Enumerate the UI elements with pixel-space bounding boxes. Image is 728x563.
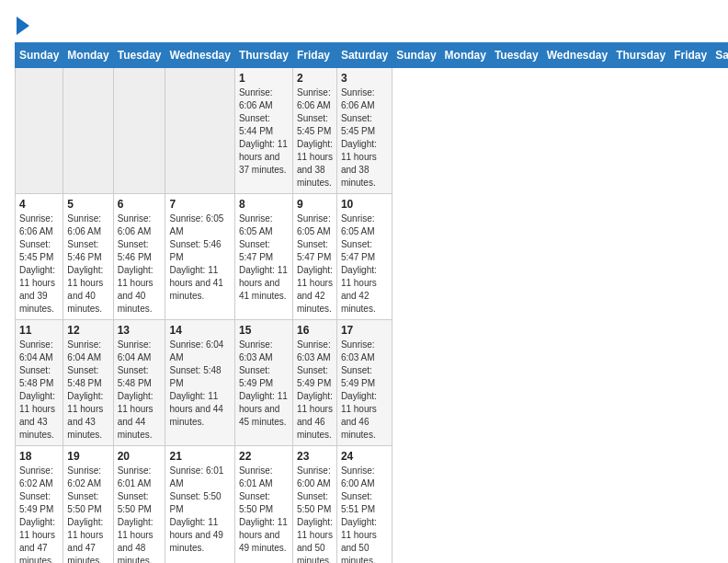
day-number: 24	[341, 450, 388, 463]
day-number: 1	[239, 72, 289, 85]
cell-content: Sunrise: 6:04 AMSunset: 5:48 PMDaylight:…	[19, 339, 59, 442]
day-number: 23	[297, 450, 333, 463]
calendar-table: SundayMondayTuesdayWednesdayThursdayFrid…	[15, 42, 728, 563]
calendar-header-row: SundayMondayTuesdayWednesdayThursdayFrid…	[16, 43, 729, 68]
calendar-cell	[113, 68, 165, 194]
cell-content: Sunrise: 6:02 AMSunset: 5:49 PMDaylight:…	[19, 465, 59, 563]
calendar-cell: 5Sunrise: 6:06 AMSunset: 5:46 PMDaylight…	[63, 194, 113, 320]
header-thursday: Thursday	[234, 43, 292, 68]
calendar-cell: 1Sunrise: 6:06 AMSunset: 5:44 PMDaylight…	[234, 68, 292, 194]
day-number: 16	[297, 324, 333, 337]
cell-content: Sunrise: 6:06 AMSunset: 5:46 PMDaylight:…	[67, 213, 108, 316]
calendar-cell: 23Sunrise: 6:00 AMSunset: 5:50 PMDayligh…	[292, 446, 336, 564]
cell-content: Sunrise: 6:05 AMSunset: 5:47 PMDaylight:…	[341, 213, 388, 316]
cell-content: Sunrise: 6:05 AMSunset: 5:46 PMDaylight:…	[169, 213, 230, 303]
cell-content: Sunrise: 6:06 AMSunset: 5:45 PMDaylight:…	[297, 86, 333, 190]
calendar-cell: 7Sunrise: 6:05 AMSunset: 5:46 PMDaylight…	[165, 194, 234, 320]
day-number: 20	[118, 450, 162, 463]
calendar-cell: 18Sunrise: 6:02 AMSunset: 5:49 PMDayligh…	[16, 446, 63, 564]
header-thursday: Thursday	[612, 43, 670, 68]
calendar-cell: 9Sunrise: 6:05 AMSunset: 5:47 PMDaylight…	[292, 194, 336, 320]
day-number: 9	[297, 198, 333, 211]
day-number: 12	[67, 324, 108, 337]
day-number: 13	[118, 324, 162, 337]
calendar-cell: 2Sunrise: 6:06 AMSunset: 5:45 PMDaylight…	[292, 68, 336, 194]
day-number: 22	[239, 450, 289, 463]
calendar-week-row: 1Sunrise: 6:06 AMSunset: 5:44 PMDaylight…	[16, 68, 729, 194]
cell-content: Sunrise: 6:06 AMSunset: 5:45 PMDaylight:…	[19, 213, 59, 316]
cell-content: Sunrise: 6:02 AMSunset: 5:50 PMDaylight:…	[67, 465, 108, 563]
cell-content: Sunrise: 6:01 AMSunset: 5:50 PMDaylight:…	[239, 465, 289, 555]
header-sunday: Sunday	[16, 43, 63, 68]
cell-content: Sunrise: 6:04 AMSunset: 5:48 PMDaylight:…	[169, 339, 230, 429]
calendar-week-row: 4Sunrise: 6:06 AMSunset: 5:45 PMDaylight…	[16, 194, 729, 320]
cell-content: Sunrise: 6:06 AMSunset: 5:46 PMDaylight:…	[118, 213, 162, 316]
calendar-cell: 16Sunrise: 6:03 AMSunset: 5:49 PMDayligh…	[292, 320, 336, 446]
calendar-week-row: 11Sunrise: 6:04 AMSunset: 5:48 PMDayligh…	[16, 320, 729, 446]
cell-content: Sunrise: 6:01 AMSunset: 5:50 PMDaylight:…	[118, 465, 162, 563]
header-monday: Monday	[63, 43, 113, 68]
cell-content: Sunrise: 6:03 AMSunset: 5:49 PMDaylight:…	[239, 339, 289, 429]
calendar-cell: 10Sunrise: 6:05 AMSunset: 5:47 PMDayligh…	[336, 194, 392, 320]
day-number: 17	[341, 324, 388, 337]
day-number: 11	[19, 324, 59, 337]
calendar-cell: 8Sunrise: 6:05 AMSunset: 5:47 PMDaylight…	[234, 194, 292, 320]
calendar-cell: 6Sunrise: 6:06 AMSunset: 5:46 PMDaylight…	[113, 194, 165, 320]
day-number: 21	[169, 450, 230, 463]
calendar-cell: 15Sunrise: 6:03 AMSunset: 5:49 PMDayligh…	[234, 320, 292, 446]
calendar-cell: 13Sunrise: 6:04 AMSunset: 5:48 PMDayligh…	[113, 320, 165, 446]
cell-content: Sunrise: 6:01 AMSunset: 5:50 PMDaylight:…	[169, 465, 230, 555]
calendar-cell	[63, 68, 113, 194]
header-monday: Monday	[440, 43, 490, 68]
header-sunday: Sunday	[392, 43, 440, 68]
day-number: 6	[118, 198, 162, 211]
cell-content: Sunrise: 6:05 AMSunset: 5:47 PMDaylight:…	[239, 213, 289, 303]
cell-content: Sunrise: 6:06 AMSunset: 5:44 PMDaylight:…	[239, 86, 289, 177]
calendar-cell: 24Sunrise: 6:00 AMSunset: 5:51 PMDayligh…	[336, 446, 392, 564]
cell-content: Sunrise: 6:04 AMSunset: 5:48 PMDaylight:…	[67, 339, 108, 442]
header-friday: Friday	[670, 43, 711, 68]
cell-content: Sunrise: 6:00 AMSunset: 5:50 PMDaylight:…	[297, 465, 333, 563]
calendar-week-row: 18Sunrise: 6:02 AMSunset: 5:49 PMDayligh…	[16, 446, 729, 564]
day-number: 3	[341, 72, 388, 85]
day-number: 15	[239, 324, 289, 337]
header-friday: Friday	[292, 43, 336, 68]
calendar-cell: 12Sunrise: 6:04 AMSunset: 5:48 PMDayligh…	[63, 320, 113, 446]
calendar-cell: 14Sunrise: 6:04 AMSunset: 5:48 PMDayligh…	[165, 320, 234, 446]
header-tuesday: Tuesday	[490, 43, 542, 68]
calendar-cell: 21Sunrise: 6:01 AMSunset: 5:50 PMDayligh…	[165, 446, 234, 564]
day-number: 2	[297, 72, 333, 85]
day-number: 19	[67, 450, 108, 463]
cell-content: Sunrise: 6:00 AMSunset: 5:51 PMDaylight:…	[341, 465, 388, 563]
cell-content: Sunrise: 6:03 AMSunset: 5:49 PMDaylight:…	[341, 339, 388, 442]
calendar-cell: 20Sunrise: 6:01 AMSunset: 5:50 PMDayligh…	[113, 446, 165, 564]
calendar-cell: 22Sunrise: 6:01 AMSunset: 5:50 PMDayligh…	[234, 446, 292, 564]
day-number: 10	[341, 198, 388, 211]
cell-content: Sunrise: 6:05 AMSunset: 5:47 PMDaylight:…	[297, 213, 333, 316]
calendar-cell: 11Sunrise: 6:04 AMSunset: 5:48 PMDayligh…	[16, 320, 63, 446]
header-saturday: Saturday	[336, 43, 392, 68]
cell-content: Sunrise: 6:06 AMSunset: 5:45 PMDaylight:…	[341, 86, 388, 190]
cell-content: Sunrise: 6:03 AMSunset: 5:49 PMDaylight:…	[297, 339, 333, 442]
logo	[15, 15, 29, 35]
header-tuesday: Tuesday	[113, 43, 165, 68]
day-number: 4	[19, 198, 59, 211]
day-number: 7	[169, 198, 230, 211]
header-wednesday: Wednesday	[165, 43, 234, 68]
calendar-cell: 3Sunrise: 6:06 AMSunset: 5:45 PMDaylight…	[336, 68, 392, 194]
calendar-cell: 17Sunrise: 6:03 AMSunset: 5:49 PMDayligh…	[336, 320, 392, 446]
header-saturday: Saturday	[711, 43, 728, 68]
day-number: 5	[67, 198, 108, 211]
calendar-cell	[165, 68, 234, 194]
header-wednesday: Wednesday	[542, 43, 611, 68]
logo-arrow-icon	[17, 17, 29, 35]
day-number: 14	[169, 324, 230, 337]
calendar-cell: 19Sunrise: 6:02 AMSunset: 5:50 PMDayligh…	[63, 446, 113, 564]
day-number: 8	[239, 198, 289, 211]
calendar-cell	[16, 68, 63, 194]
cell-content: Sunrise: 6:04 AMSunset: 5:48 PMDaylight:…	[118, 339, 162, 442]
page-header	[15, 15, 713, 35]
calendar-cell: 4Sunrise: 6:06 AMSunset: 5:45 PMDaylight…	[16, 194, 63, 320]
day-number: 18	[19, 450, 59, 463]
